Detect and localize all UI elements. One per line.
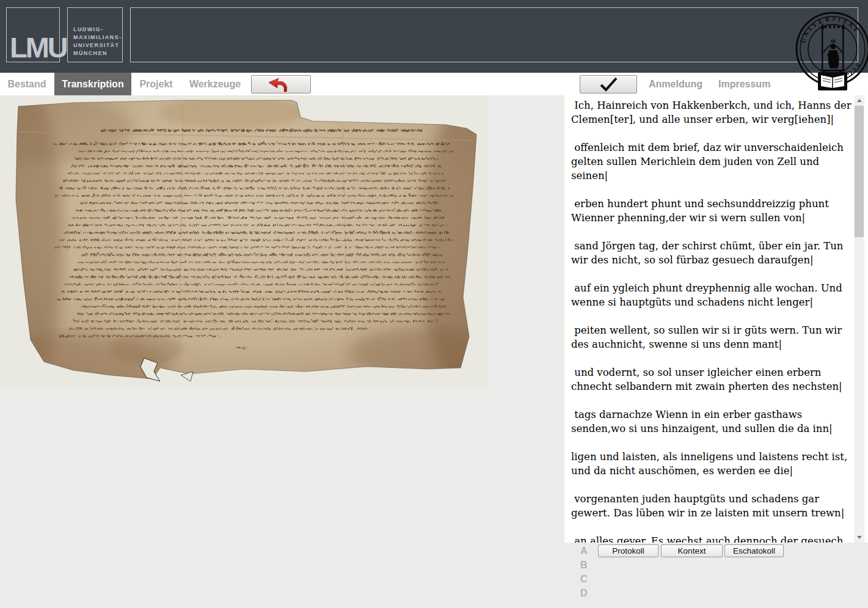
transcription-paragraph: tags darnachze Wienn in ein erber gastha… [571,408,855,436]
tab-werkzeuge[interactable]: Werkzeuge [188,73,242,95]
lmu-logo-box: LMU [6,7,60,62]
header-banner-box [130,7,858,62]
checkmark-icon [596,76,621,92]
undo-icon [263,76,299,93]
transcription-panel: Ich, Hainreich von Hakkenberkch, und ich… [564,95,868,543]
undo-button[interactable] [251,75,311,93]
header-bar: LMU LUDWIG- MAXIMILIANS- UNIVERSITÄT MÜN… [0,0,868,73]
section-letter-c[interactable]: C [580,574,593,586]
transcription-paragraph: peiten wellent, so sullen wir si ir güts… [571,323,855,351]
transcription-paragraph: ligen und laisten, als inneligens und la… [571,450,855,478]
transcription-paragraph: vorgenanten juden hauptgüts und schadens… [571,492,855,520]
kontext-button[interactable]: Kontext [661,544,723,557]
university-seal: UNIVERSITAT SIGILL [792,0,868,99]
arrow-down-icon [857,536,862,539]
tab-bestand[interactable]: Bestand [7,73,47,95]
protokoll-button[interactable]: Protokoll [598,544,658,557]
transcription-paragraph: offenleich mit dem brief, daz wir unvers… [571,141,855,183]
transcription-paragraph: erben hundert phunt und sechsunddreizzig… [571,197,855,225]
section-letter-a[interactable]: A [580,546,593,558]
section-panel: A B C D Protokoll Kontext Eschatokoll [562,543,868,608]
transcription-paragraph: Ich, Hainreich von Hakkenberkch, und ich… [571,98,855,126]
transcription-paragraph: und vodernt, so sol unser igleicher eine… [571,365,855,394]
scrollbar-down-button[interactable] [854,532,864,543]
section-letter-b[interactable]: B [580,560,593,572]
section-letter-d[interactable]: D [580,588,593,600]
seal-madonna-emblem [820,23,845,71]
transcription-paragraph: sand Jörgen tag, der schirst chümt, über… [571,239,855,267]
arrow-up-icon [857,99,862,102]
transcription-paragraph: an alles gever. Es wechst auch dennoch d… [571,534,855,543]
link-impressum[interactable]: Impressum [718,73,770,95]
transcription-text: Ich, Hainreich von Hakkenberkch, und ich… [571,98,855,543]
nav-bar: Bestand Transkription Projekt Werkzeuge … [0,73,868,95]
transcription-paragraph: auf ein ygleich phunt dreyphennig alle w… [571,281,855,309]
lmu-logo: LMU [10,33,67,62]
tab-transkription[interactable]: Transkription [54,73,131,95]
university-wordmark-box: LUDWIG- MAXIMILIANS- UNIVERSITÄT MÜNCHEN [67,7,123,62]
confirm-button[interactable] [580,75,637,93]
tab-projekt[interactable]: Projekt [139,73,173,95]
manuscript-scan[interactable] [0,95,489,387]
seal-open-book [818,72,847,90]
scrollbar-thumb[interactable] [855,106,864,237]
eschatokoll-button[interactable]: Eschatokoll [724,544,784,557]
seal-ring-text-top: UNIVERSITAT [800,15,861,44]
scrollbar[interactable] [854,95,864,543]
university-wordmark: LUDWIG- MAXIMILIANS- UNIVERSITÄT MÜNCHEN [73,26,122,57]
link-anmeldung[interactable]: Anmeldung [649,73,702,95]
parchment [0,95,489,387]
